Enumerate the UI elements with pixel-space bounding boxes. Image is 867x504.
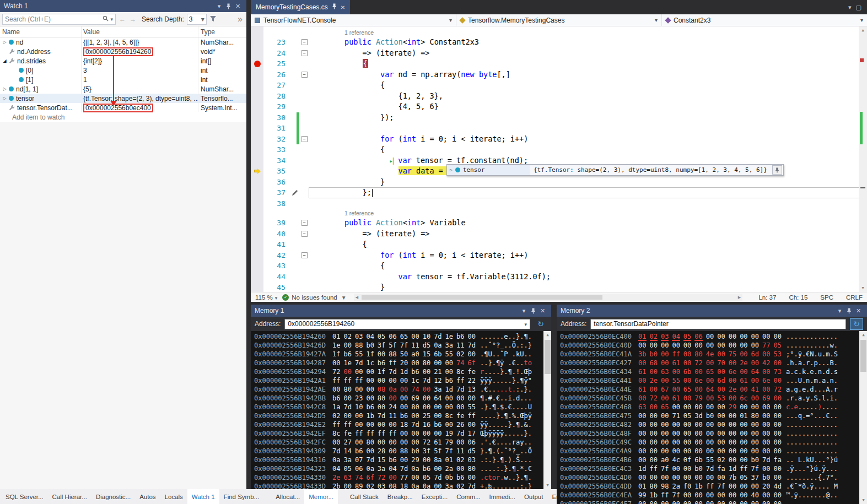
memory-byte[interactable]: 53 bbox=[717, 394, 725, 403]
memory-byte[interactable]: 2e bbox=[729, 385, 736, 394]
memory-byte[interactable]: 11 bbox=[456, 447, 464, 456]
memory-byte[interactable]: 00 bbox=[650, 403, 658, 411]
breakpoint-margin[interactable] bbox=[251, 187, 263, 198]
memory-byte[interactable]: 00 bbox=[434, 429, 441, 438]
memory-byte[interactable]: 00 bbox=[717, 350, 725, 359]
memory-byte[interactable]: 00 bbox=[751, 447, 759, 456]
memory-byte[interactable]: 14 bbox=[344, 447, 352, 456]
collapse-icon[interactable] bbox=[301, 136, 308, 142]
bottom-tab-memor[interactable]: Memor... bbox=[304, 489, 338, 504]
memory-byte[interactable]: 64 bbox=[434, 394, 441, 403]
memory-byte[interactable]: 00 bbox=[740, 456, 747, 464]
memory-byte[interactable]: 00 bbox=[773, 464, 781, 473]
status-options-icon[interactable] bbox=[342, 294, 346, 301]
memory-byte[interactable]: 00 bbox=[638, 359, 646, 367]
memory-byte[interactable]: 00 bbox=[762, 464, 770, 473]
memory-byte[interactable]: 29 bbox=[411, 456, 419, 464]
memory-byte[interactable]: ff bbox=[389, 359, 396, 367]
memory-byte[interactable]: 00 bbox=[661, 394, 669, 403]
memory-byte[interactable]: 1d bbox=[638, 464, 646, 473]
memory-byte[interactable]: 03 bbox=[378, 482, 385, 489]
watch-row[interactable]: tensor{tf.Tensor: shape=(2, 3), dtype=ui… bbox=[0, 94, 246, 103]
memory-byte[interactable]: 75 bbox=[729, 350, 736, 359]
memory-byte[interactable]: 00 bbox=[332, 359, 340, 367]
memory-byte[interactable]: 26 bbox=[456, 420, 464, 429]
memory-byte[interactable]: 3b bbox=[638, 350, 646, 359]
memory-byte[interactable]: 00 bbox=[650, 341, 658, 350]
memory-byte[interactable]: 00 bbox=[706, 438, 714, 447]
code-text[interactable]: { bbox=[309, 144, 867, 155]
memory-byte[interactable]: 00 bbox=[445, 420, 453, 429]
memory-byte[interactable]: 7d bbox=[467, 482, 475, 489]
memory-byte[interactable]: 00 bbox=[740, 438, 747, 447]
memory-byte[interactable]: 00 bbox=[672, 385, 680, 394]
bottom-tab-allocat[interactable]: Allocat... bbox=[271, 489, 304, 504]
breakpoint-margin[interactable] bbox=[251, 155, 263, 166]
memory-byte[interactable]: 00 bbox=[729, 447, 736, 456]
fold-margin[interactable] bbox=[300, 239, 309, 250]
memory-byte[interactable]: 13 bbox=[467, 385, 475, 394]
memory-byte[interactable]: 00 bbox=[445, 367, 453, 376]
memory-byte[interactable]: 00 bbox=[706, 447, 714, 456]
memory-byte[interactable]: 61 bbox=[638, 367, 646, 376]
memory-byte[interactable]: 37 bbox=[751, 473, 759, 482]
bottom-tab-excepti[interactable]: Excepti... bbox=[417, 489, 452, 504]
memory-byte[interactable]: 00 bbox=[762, 429, 770, 438]
collapse-icon[interactable] bbox=[301, 39, 308, 45]
memory-byte[interactable]: 3f bbox=[378, 341, 385, 350]
memory-byte[interactable]: 22 bbox=[467, 376, 475, 385]
memory-byte[interactable]: 7d bbox=[355, 359, 363, 367]
memory2-scrollbar[interactable] bbox=[859, 331, 867, 504]
memory-byte[interactable]: 00 bbox=[762, 350, 770, 359]
memory-byte[interactable]: 74 bbox=[411, 385, 419, 394]
memory-byte[interactable]: 00 bbox=[706, 403, 714, 411]
class-dropdown[interactable]: Tensorflow.MemoryTestingCases bbox=[456, 14, 662, 26]
memory-byte[interactable]: 00 bbox=[717, 447, 725, 456]
bottom-tab-watch-1[interactable]: Watch 1 bbox=[187, 489, 219, 504]
memory-byte[interactable]: 98 bbox=[661, 482, 669, 491]
memory-byte[interactable]: ff bbox=[389, 429, 396, 438]
memory-byte[interactable]: 00 bbox=[445, 359, 453, 367]
memory-byte[interactable]: 7d bbox=[706, 464, 714, 473]
memory-byte[interactable]: 05 bbox=[423, 473, 430, 482]
expander-icon[interactable] bbox=[1, 96, 8, 101]
memory-byte[interactable]: 61 bbox=[638, 385, 646, 394]
memory-byte[interactable]: 00 bbox=[729, 500, 736, 504]
memory-byte[interactable]: 00 bbox=[661, 473, 669, 482]
code-text[interactable]: { bbox=[309, 80, 867, 91]
memory-byte[interactable]: 6b bbox=[694, 456, 702, 464]
memory-byte[interactable]: 1f bbox=[332, 350, 340, 359]
memory-byte[interactable]: 00 bbox=[773, 429, 781, 438]
close-icon[interactable] bbox=[233, 3, 243, 10]
scroll-down-icon[interactable] bbox=[543, 481, 551, 489]
memory-byte[interactable]: 00 bbox=[729, 438, 736, 447]
watch-row[interactable]: nd.strides{int[2]}int[] bbox=[0, 56, 246, 66]
memory-byte[interactable]: 00 bbox=[378, 376, 385, 385]
code-text[interactable]: { bbox=[309, 261, 867, 272]
collapse-icon[interactable] bbox=[301, 220, 308, 226]
breakpoint-margin[interactable] bbox=[251, 101, 263, 112]
memory-byte[interactable]: 1d bbox=[729, 464, 736, 473]
memory-byte[interactable]: 00 bbox=[683, 438, 691, 447]
column-header-value[interactable]: Value bbox=[82, 26, 198, 37]
memory-byte[interactable]: 05 bbox=[683, 411, 691, 420]
memory-byte[interactable]: 00 bbox=[773, 332, 781, 341]
memory-byte[interactable]: 5f bbox=[389, 341, 396, 350]
memory-byte[interactable]: 00 bbox=[672, 464, 680, 473]
memory-byte[interactable]: 00 bbox=[751, 359, 759, 367]
code-text[interactable]: }; bbox=[309, 187, 867, 198]
memory-byte[interactable]: 00 bbox=[456, 464, 464, 473]
memory-byte[interactable]: 7d bbox=[378, 411, 385, 420]
memory-byte[interactable]: 00 bbox=[400, 376, 408, 385]
memory-byte[interactable]: 00 bbox=[706, 473, 714, 482]
memory-byte[interactable]: b0 bbox=[694, 464, 702, 473]
memory-byte[interactable]: 00 bbox=[740, 350, 747, 359]
scroll-down-icon[interactable] bbox=[859, 496, 867, 504]
code-text[interactable]: for (int i = 0; i < iterate; i++) bbox=[309, 134, 867, 145]
memory2-hex-view[interactable]: 0x000002556B0EC4000102030405060000000000… bbox=[557, 331, 867, 504]
breakpoint-margin[interactable] bbox=[251, 80, 263, 91]
scroll-up-icon[interactable] bbox=[543, 331, 551, 339]
memory-byte[interactable]: b6 bbox=[456, 332, 464, 341]
memory-byte[interactable]: 00 bbox=[467, 332, 475, 341]
memory-byte[interactable]: 00 bbox=[650, 429, 658, 438]
